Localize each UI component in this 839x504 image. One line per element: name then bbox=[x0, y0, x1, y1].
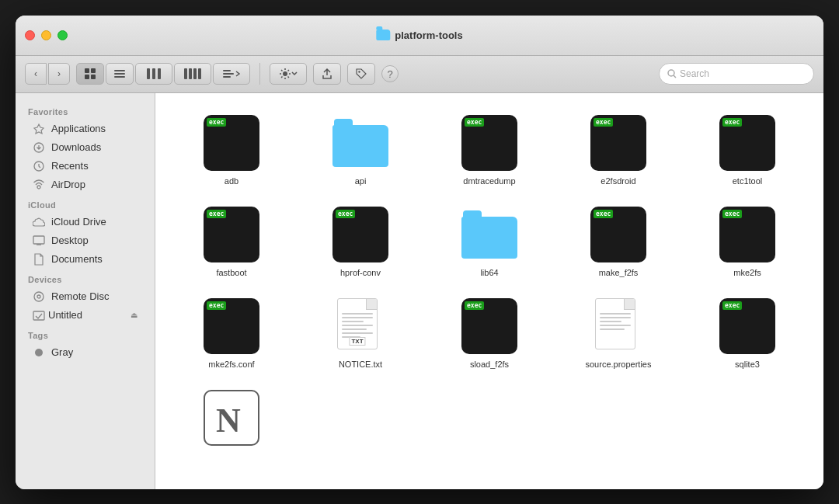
action-button[interactable] bbox=[270, 63, 307, 85]
file-name: fastboot bbox=[216, 267, 246, 278]
exec-badge: exec bbox=[594, 210, 613, 218]
svg-rect-11 bbox=[189, 68, 192, 79]
forward-button[interactable]: › bbox=[48, 63, 70, 85]
exec-badge: exec bbox=[465, 118, 484, 127]
file-item-mke2fs[interactable]: exec mke2fs bbox=[687, 200, 808, 284]
file-name: hprof-conv bbox=[340, 267, 381, 278]
file-name: sload_f2fs bbox=[470, 359, 509, 370]
svg-rect-14 bbox=[223, 70, 231, 71]
column-view-button[interactable] bbox=[135, 63, 172, 85]
file-grid: exec adb api exec dmtracedump exec e2fsd… bbox=[171, 109, 808, 453]
txt-icon-container: TXT bbox=[337, 298, 384, 354]
airdrop-icon bbox=[33, 179, 45, 191]
gallery-view-button[interactable] bbox=[174, 63, 211, 85]
gray-tag-icon bbox=[33, 346, 45, 359]
remote-disc-label: Remote Disc bbox=[51, 290, 109, 302]
svg-point-19 bbox=[668, 70, 674, 76]
share-button[interactable] bbox=[313, 63, 341, 85]
exec-badge: exec bbox=[722, 210, 742, 218]
sidebar-item-recents[interactable]: Recents bbox=[20, 157, 150, 176]
view-buttons bbox=[76, 63, 250, 85]
file-item-lib64[interactable]: lib64 bbox=[429, 200, 550, 284]
svg-rect-5 bbox=[114, 73, 125, 75]
file-item-fastboot[interactable]: exec fastboot bbox=[171, 200, 292, 284]
file-item-adb[interactable]: exec adb bbox=[171, 109, 292, 193]
tags-header: Tags bbox=[16, 325, 155, 343]
file-name: mke2fs bbox=[733, 267, 761, 278]
exec-icon: exec bbox=[590, 115, 646, 171]
exec-icon: exec bbox=[719, 115, 775, 171]
sidebar-item-desktop[interactable]: Desktop bbox=[20, 231, 150, 250]
applications-label: Applications bbox=[51, 123, 106, 134]
maximize-button[interactable] bbox=[57, 30, 68, 40]
gray-label: Gray bbox=[51, 346, 73, 358]
file-item-nyt[interactable]: N bbox=[171, 384, 292, 452]
file-item-make_f2fs[interactable]: exec make_f2fs bbox=[558, 200, 679, 284]
toolbar-separator-1 bbox=[259, 63, 260, 85]
props-icon-container bbox=[595, 298, 642, 354]
svg-point-25 bbox=[37, 295, 40, 298]
exec-badge: exec bbox=[722, 301, 742, 310]
file-name: lib64 bbox=[480, 267, 498, 278]
file-item-sqlite3[interactable]: exec sqlite3 bbox=[687, 292, 808, 376]
icloud-drive-label: iCloud Drive bbox=[51, 216, 106, 228]
documents-label: Documents bbox=[51, 253, 103, 265]
untitled-icon bbox=[33, 309, 45, 322]
favorites-header: Favorites bbox=[16, 101, 155, 120]
file-item-etc1tool[interactable]: exec etc1tool bbox=[687, 109, 808, 193]
file-item-dmtracedump[interactable]: exec dmtracedump bbox=[429, 109, 550, 193]
file-name: adb bbox=[225, 176, 238, 186]
remote-disc-icon bbox=[33, 290, 45, 303]
downloads-icon bbox=[33, 141, 45, 154]
close-button[interactable] bbox=[25, 30, 35, 40]
desktop-icon bbox=[33, 235, 45, 247]
icon-view-button[interactable] bbox=[76, 63, 104, 85]
file-item-e2fsdroid[interactable]: exec e2fsdroid bbox=[558, 109, 679, 193]
recents-icon bbox=[33, 160, 45, 172]
exec-badge: exec bbox=[465, 301, 484, 310]
svg-rect-0 bbox=[85, 68, 89, 73]
sidebar-item-applications[interactable]: Applications bbox=[20, 120, 150, 138]
help-button[interactable]: ? bbox=[381, 65, 399, 82]
eject-button[interactable]: ⏏ bbox=[131, 311, 138, 319]
file-item-NOTICE-txt[interactable]: TXT NOTICE.txt bbox=[300, 292, 421, 376]
search-placeholder: Search bbox=[680, 68, 709, 79]
file-name: make_f2fs bbox=[599, 267, 639, 278]
exec-icon: exec bbox=[461, 298, 517, 354]
svg-rect-26 bbox=[33, 311, 44, 320]
svg-rect-2 bbox=[85, 75, 89, 79]
file-name: sqlite3 bbox=[735, 359, 760, 370]
exec-icon: exec bbox=[590, 207, 646, 262]
file-item-api[interactable]: api bbox=[300, 109, 421, 193]
desktop-label: Desktop bbox=[51, 235, 89, 246]
traffic-lights bbox=[25, 30, 68, 40]
titlebar-center: platform-tools bbox=[376, 30, 462, 41]
svg-rect-23 bbox=[33, 236, 44, 244]
titlebar: platform-tools bbox=[16, 16, 823, 56]
search-box[interactable]: Search bbox=[659, 63, 814, 85]
tag-button[interactable] bbox=[347, 63, 375, 85]
svg-rect-4 bbox=[114, 70, 125, 71]
sidebar-item-icloud-drive[interactable]: iCloud Drive bbox=[20, 213, 150, 231]
sidebar-item-untitled[interactable]: Untitled ⏏ bbox=[20, 306, 150, 325]
sidebar-item-documents[interactable]: Documents bbox=[20, 250, 150, 269]
file-item-source-properties[interactable]: source.properties bbox=[558, 292, 679, 376]
svg-rect-16 bbox=[223, 76, 231, 78]
sidebar-item-airdrop[interactable]: AirDrop bbox=[20, 176, 150, 194]
sidebar-item-downloads[interactable]: Downloads bbox=[20, 138, 150, 157]
list-view-button[interactable] bbox=[106, 63, 134, 85]
nyt-icon: N bbox=[204, 390, 259, 446]
main-content: Favorites Applications Downloads bbox=[16, 93, 823, 489]
svg-rect-15 bbox=[223, 73, 234, 75]
group-view-button[interactable] bbox=[213, 63, 250, 85]
sidebar-item-gray[interactable]: Gray bbox=[20, 343, 150, 362]
back-button[interactable]: ‹ bbox=[25, 63, 47, 85]
exec-badge: exec bbox=[207, 118, 226, 127]
sidebar-item-remote-disc[interactable]: Remote Disc bbox=[20, 287, 150, 306]
file-item-hprof-conv[interactable]: exec hprof-conv bbox=[300, 200, 421, 284]
exec-icon: exec bbox=[719, 298, 775, 354]
file-item-sload_f2fs[interactable]: exec sload_f2fs bbox=[429, 292, 550, 376]
recents-label: Recents bbox=[51, 160, 89, 172]
file-item-mke2fs-conf[interactable]: exec mke2fs.conf bbox=[171, 292, 292, 376]
minimize-button[interactable] bbox=[41, 30, 51, 40]
